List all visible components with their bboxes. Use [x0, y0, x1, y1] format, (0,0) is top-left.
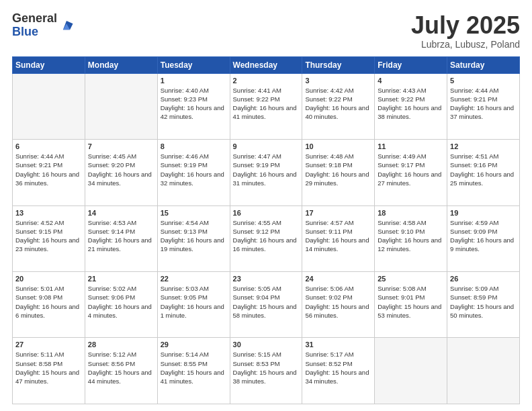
day-number: 31 — [305, 340, 371, 349]
col-sunday: Sunday — [13, 56, 85, 73]
day-number: 26 — [450, 275, 517, 283]
week-row-1: 6Sunrise: 4:44 AMSunset: 9:21 PMDaylight… — [13, 140, 520, 205]
title-block: July 2025 Lubrza, Lubusz, Poland — [411, 12, 520, 50]
page: General Blue July 2025 Lubrza, Lubusz, P… — [0, 0, 532, 411]
table-row: 29Sunrise: 5:14 AMSunset: 8:55 PMDayligh… — [157, 338, 230, 404]
cell-text: Sunrise: 4:48 AMSunset: 9:18 PMDaylight:… — [305, 152, 369, 187]
cell-text: Sunrise: 5:15 AMSunset: 8:53 PMDaylight:… — [233, 351, 297, 385]
day-number: 7 — [88, 142, 154, 150]
table-row: 13Sunrise: 4:52 AMSunset: 9:15 PMDayligh… — [13, 205, 85, 271]
cell-text: Sunrise: 5:09 AMSunset: 8:59 PMDaylight:… — [450, 285, 514, 319]
cell-text: Sunrise: 5:12 AMSunset: 8:56 PMDaylight:… — [88, 351, 152, 385]
table-row: 18Sunrise: 4:58 AMSunset: 9:10 PMDayligh… — [375, 205, 447, 271]
col-thursday: Thursday — [302, 56, 375, 73]
table-row: 23Sunrise: 5:05 AMSunset: 9:04 PMDayligh… — [230, 272, 302, 338]
week-row-3: 20Sunrise: 5:01 AMSunset: 9:08 PMDayligh… — [13, 272, 520, 338]
cell-text: Sunrise: 5:03 AMSunset: 9:05 PMDaylight:… — [161, 285, 224, 319]
day-number: 8 — [161, 142, 227, 150]
table-row: 4Sunrise: 4:43 AMSunset: 9:22 PMDaylight… — [375, 73, 447, 139]
table-row: 30Sunrise: 5:15 AMSunset: 8:53 PMDayligh… — [230, 338, 302, 404]
logo-blue: Blue — [12, 26, 57, 39]
day-number: 28 — [88, 340, 154, 349]
table-row: 6Sunrise: 4:44 AMSunset: 9:21 PMDaylight… — [13, 140, 85, 205]
table-row: 21Sunrise: 5:02 AMSunset: 9:06 PMDayligh… — [85, 272, 157, 338]
cell-text: Sunrise: 4:52 AMSunset: 9:15 PMDaylight:… — [15, 219, 79, 253]
cell-text: Sunrise: 4:40 AMSunset: 9:23 PMDaylight:… — [161, 87, 224, 121]
day-number: 1 — [161, 77, 227, 85]
day-number: 14 — [88, 209, 154, 217]
day-number: 6 — [15, 142, 82, 150]
cell-text: Sunrise: 4:42 AMSunset: 9:22 PMDaylight:… — [305, 87, 369, 121]
header-row: Sunday Monday Tuesday Wednesday Thursday… — [13, 56, 520, 73]
table-row — [85, 73, 157, 139]
cell-text: Sunrise: 4:41 AMSunset: 9:22 PMDaylight:… — [233, 87, 297, 121]
day-number: 21 — [88, 275, 154, 283]
table-row: 5Sunrise: 4:44 AMSunset: 9:21 PMDaylight… — [447, 73, 520, 139]
table-row: 22Sunrise: 5:03 AMSunset: 9:05 PMDayligh… — [157, 272, 230, 338]
day-number: 29 — [161, 340, 227, 349]
cell-text: Sunrise: 4:58 AMSunset: 9:10 PMDaylight:… — [378, 219, 441, 253]
day-number: 17 — [305, 209, 371, 217]
cell-text: Sunrise: 5:01 AMSunset: 9:08 PMDaylight:… — [15, 285, 79, 319]
day-number: 16 — [233, 209, 300, 217]
table-row: 17Sunrise: 4:57 AMSunset: 9:11 PMDayligh… — [302, 205, 375, 271]
day-number: 22 — [161, 275, 227, 283]
table-row: 27Sunrise: 5:11 AMSunset: 8:58 PMDayligh… — [13, 338, 85, 404]
day-number: 27 — [15, 340, 82, 349]
day-number: 18 — [378, 209, 444, 217]
table-row: 20Sunrise: 5:01 AMSunset: 9:08 PMDayligh… — [13, 272, 85, 338]
cell-text: Sunrise: 4:51 AMSunset: 9:16 PMDaylight:… — [450, 152, 514, 187]
table-row: 24Sunrise: 5:06 AMSunset: 9:02 PMDayligh… — [302, 272, 375, 338]
day-number: 30 — [233, 340, 300, 349]
table-row: 16Sunrise: 4:55 AMSunset: 9:12 PMDayligh… — [230, 205, 302, 271]
cell-text: Sunrise: 4:59 AMSunset: 9:09 PMDaylight:… — [450, 219, 514, 253]
day-number: 2 — [233, 77, 300, 85]
table-row: 7Sunrise: 4:45 AMSunset: 9:20 PMDaylight… — [85, 140, 157, 205]
table-row: 25Sunrise: 5:08 AMSunset: 9:01 PMDayligh… — [375, 272, 447, 338]
cell-text: Sunrise: 5:17 AMSunset: 8:52 PMDaylight:… — [305, 351, 369, 385]
calendar-table: Sunday Monday Tuesday Wednesday Thursday… — [12, 56, 520, 404]
cell-text: Sunrise: 4:57 AMSunset: 9:11 PMDaylight:… — [305, 219, 369, 253]
table-row: 1Sunrise: 4:40 AMSunset: 9:23 PMDaylight… — [157, 73, 230, 139]
cell-text: Sunrise: 4:44 AMSunset: 9:21 PMDaylight:… — [15, 152, 79, 187]
table-row: 15Sunrise: 4:54 AMSunset: 9:13 PMDayligh… — [157, 205, 230, 271]
day-number: 20 — [15, 275, 82, 283]
table-row: 3Sunrise: 4:42 AMSunset: 9:22 PMDaylight… — [302, 73, 375, 139]
cell-text: Sunrise: 4:54 AMSunset: 9:13 PMDaylight:… — [161, 219, 224, 253]
day-number: 23 — [233, 275, 300, 283]
day-number: 9 — [233, 142, 300, 150]
table-row: 26Sunrise: 5:09 AMSunset: 8:59 PMDayligh… — [447, 272, 520, 338]
table-row: 31Sunrise: 5:17 AMSunset: 8:52 PMDayligh… — [302, 338, 375, 404]
logo-general: General — [12, 12, 57, 26]
week-row-4: 27Sunrise: 5:11 AMSunset: 8:58 PMDayligh… — [13, 338, 520, 404]
col-monday: Monday — [85, 56, 157, 73]
table-row: 14Sunrise: 4:53 AMSunset: 9:14 PMDayligh… — [85, 205, 157, 271]
day-number: 4 — [378, 77, 444, 85]
table-row: 8Sunrise: 4:46 AMSunset: 9:19 PMDaylight… — [157, 140, 230, 205]
cell-text: Sunrise: 4:44 AMSunset: 9:21 PMDaylight:… — [450, 87, 514, 121]
table-row — [375, 338, 447, 404]
day-number: 11 — [378, 142, 444, 150]
logo: General Blue — [12, 12, 74, 39]
day-number: 24 — [305, 275, 371, 283]
cell-text: Sunrise: 5:11 AMSunset: 8:58 PMDaylight:… — [15, 351, 79, 385]
cell-text: Sunrise: 4:53 AMSunset: 9:14 PMDaylight:… — [88, 219, 152, 253]
cell-text: Sunrise: 4:45 AMSunset: 9:20 PMDaylight:… — [88, 152, 152, 187]
table-row: 19Sunrise: 4:59 AMSunset: 9:09 PMDayligh… — [447, 205, 520, 271]
day-number: 3 — [305, 77, 371, 85]
col-tuesday: Tuesday — [157, 56, 230, 73]
table-row: 2Sunrise: 4:41 AMSunset: 9:22 PMDaylight… — [230, 73, 302, 139]
col-friday: Friday — [375, 56, 447, 73]
day-number: 19 — [450, 209, 517, 217]
table-row: 10Sunrise: 4:48 AMSunset: 9:18 PMDayligh… — [302, 140, 375, 205]
cell-text: Sunrise: 5:05 AMSunset: 9:04 PMDaylight:… — [233, 285, 297, 319]
cell-text: Sunrise: 5:06 AMSunset: 9:02 PMDaylight:… — [305, 285, 369, 319]
cell-text: Sunrise: 5:14 AMSunset: 8:55 PMDaylight:… — [161, 351, 224, 385]
day-number: 25 — [378, 275, 444, 283]
col-wednesday: Wednesday — [230, 56, 302, 73]
cell-text: Sunrise: 4:49 AMSunset: 9:17 PMDaylight:… — [378, 152, 441, 187]
location: Lubrza, Lubusz, Poland — [411, 39, 520, 50]
cell-text: Sunrise: 4:47 AMSunset: 9:19 PMDaylight:… — [233, 152, 297, 187]
table-row: 28Sunrise: 5:12 AMSunset: 8:56 PMDayligh… — [85, 338, 157, 404]
cell-text: Sunrise: 5:02 AMSunset: 9:06 PMDaylight:… — [88, 285, 152, 319]
